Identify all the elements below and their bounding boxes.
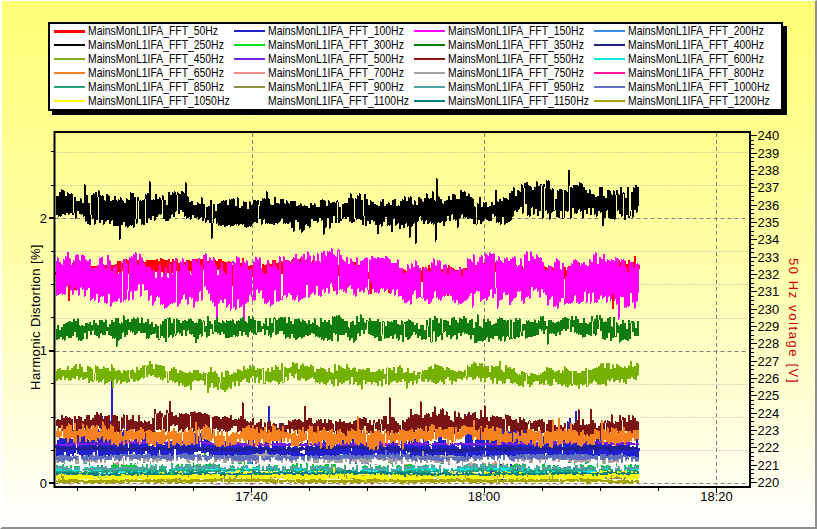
svg-text:228: 228 [758, 336, 780, 351]
svg-text:227: 227 [758, 354, 780, 369]
svg-text:231: 231 [758, 284, 780, 299]
svg-text:239: 239 [758, 146, 780, 161]
svg-text:236: 236 [758, 198, 780, 213]
svg-text:229: 229 [758, 319, 780, 334]
svg-text:222: 222 [758, 440, 780, 455]
svg-text:232: 232 [758, 267, 780, 282]
svg-text:238: 238 [758, 163, 780, 178]
svg-text:18:20: 18:20 [700, 489, 733, 504]
svg-text:237: 237 [758, 180, 780, 195]
svg-text:233: 233 [758, 250, 780, 265]
svg-text:18:00: 18:00 [468, 489, 501, 504]
svg-text:240: 240 [758, 128, 780, 143]
svg-text:Harmonic Distortion [%]: Harmonic Distortion [%] [28, 244, 43, 390]
svg-text:225: 225 [758, 388, 780, 403]
svg-text:0: 0 [40, 476, 47, 491]
svg-text:2: 2 [40, 211, 47, 226]
svg-text:234: 234 [758, 232, 780, 247]
svg-text:17:40: 17:40 [235, 489, 268, 504]
svg-text:223: 223 [758, 423, 780, 438]
svg-text:224: 224 [758, 406, 780, 421]
svg-text:220: 220 [758, 475, 780, 490]
svg-text:226: 226 [758, 371, 780, 386]
svg-text:235: 235 [758, 215, 780, 230]
svg-text:221: 221 [758, 458, 780, 473]
svg-text:50 Hz voltage [V]: 50 Hz voltage [V] [786, 258, 801, 384]
svg-text:230: 230 [758, 302, 780, 317]
